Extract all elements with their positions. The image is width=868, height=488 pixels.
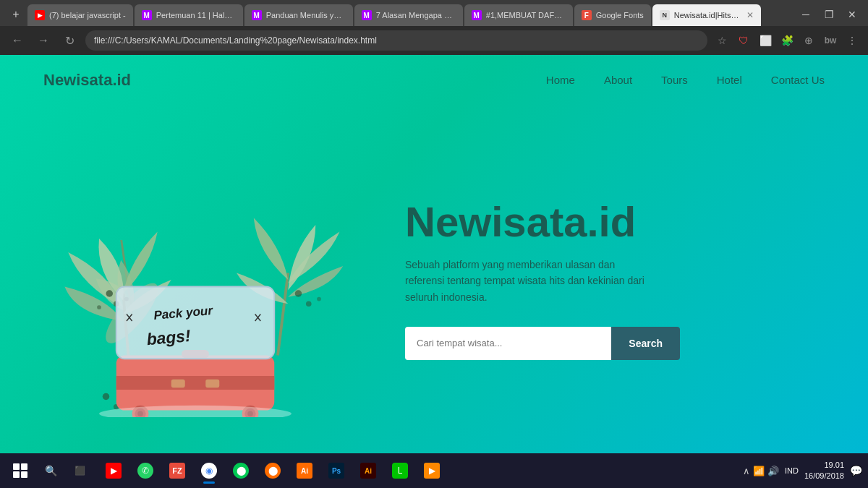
filezilla-icon: FZ	[169, 463, 185, 479]
clock-time: 19.01	[804, 460, 844, 471]
tab-favicon-5: M	[472, 10, 482, 20]
tab-bar: + ▶ (7) belajar javascript - M Pertemuan…	[0, 0, 868, 26]
bookmark-button[interactable]: ☆	[713, 32, 731, 49]
network-icon[interactable]: ∧	[743, 466, 750, 476]
taskbar-clock[interactable]: 19.01 16/09/2018	[804, 460, 844, 482]
tab-favicon-2: M	[142, 10, 152, 20]
svg-point-4	[106, 290, 114, 297]
start-button[interactable]	[6, 456, 35, 485]
taskbar-search-button[interactable]: 🔍	[38, 458, 64, 484]
shield-icon[interactable]: 🛡	[735, 32, 752, 49]
window-button[interactable]: ⬜	[757, 32, 774, 49]
nav-home[interactable]: Home	[546, 74, 575, 86]
svg-rect-24	[116, 286, 275, 359]
taskbar-app-chrome[interactable]: ◉	[194, 456, 224, 485]
taskbar-app-orange[interactable]: ⬤	[258, 456, 288, 485]
tab-1[interactable]: ▶ (7) belajar javascript -	[27, 4, 133, 26]
app-orange-icon: ⬤	[265, 463, 281, 479]
new-tab-button[interactable]: +	[6, 4, 26, 25]
whatsapp-icon: ✆	[137, 463, 153, 479]
tab-6[interactable]: F Google Fonts	[574, 4, 651, 26]
tab-favicon-1: ▶	[35, 10, 45, 20]
nav-contact[interactable]: Contact Us	[771, 74, 825, 86]
extensions-button[interactable]: 🧩	[778, 32, 796, 49]
forward-button[interactable]: →	[33, 30, 54, 51]
taskbar-app-ps[interactable]: Ps	[321, 456, 352, 485]
tab-favicon-7: N	[660, 10, 670, 20]
language-indicator: IND	[785, 466, 799, 475]
tab-7-active[interactable]: N Newisata.id|Hits&K... ✕	[652, 4, 761, 26]
tab-label-2: Pertemuan 11 | Halama...	[156, 11, 236, 20]
tab-favicon-6: F	[582, 10, 592, 20]
site-navigation: Newisata.id Home About Tours Hotel Conta…	[0, 55, 868, 106]
tab-label-7: Newisata.id|Hits&K...	[674, 11, 742, 20]
chrome-icon: ◉	[201, 463, 217, 479]
close-button[interactable]: ✕	[842, 6, 862, 23]
taskbar-app-green[interactable]: ⬤	[226, 456, 256, 485]
minimize-button[interactable]: ─	[796, 6, 816, 23]
window-controls: ─ ❐ ✕	[796, 6, 862, 26]
wifi-icon[interactable]: 📶	[753, 466, 765, 476]
nav-links: Home About Tours Hotel Contact Us	[546, 74, 825, 87]
nav-about[interactable]: About	[604, 74, 632, 86]
notification-icon[interactable]: 💬	[850, 465, 862, 476]
save-icon[interactable]: bw	[822, 32, 839, 49]
hero-illustration: Pack your bags!	[43, 142, 347, 417]
taskbar-app-ai1[interactable]: Ai	[289, 456, 320, 485]
taskbar-right: ∧ 📶 🔊 IND 19.01 16/09/2018 💬	[743, 460, 862, 482]
maximize-button[interactable]: ❐	[819, 6, 839, 23]
refresh-button[interactable]: ↻	[59, 30, 80, 51]
tab-close-button[interactable]: ✕	[746, 10, 754, 20]
svg-point-8	[295, 290, 302, 297]
tab-label-3: Panduan Menulis yang...	[266, 11, 346, 20]
tab-3[interactable]: M Panduan Menulis yang...	[244, 4, 353, 26]
search-bar: Search	[405, 327, 680, 360]
hero-description: Sebuah platform yang memberikan ulasan d…	[405, 257, 651, 305]
browser-icons: ☆ 🛡 ⬜ 🧩 ⊕ bw ⋮	[713, 32, 861, 49]
task-view-icon: ⬛	[75, 466, 85, 476]
svg-line-3	[278, 273, 288, 355]
taskbar-system-icons: ∧ 📶 🔊	[743, 466, 779, 476]
taskbar-app-ai2[interactable]: Ai	[353, 456, 383, 485]
address-input[interactable]	[85, 30, 707, 51]
search-input[interactable]	[405, 327, 611, 360]
app-green-icon: ⬤	[233, 463, 249, 479]
nav-tours[interactable]: Tours	[661, 74, 688, 86]
hero-content: Newisata.id Sebuah platform yang memberi…	[376, 199, 825, 360]
svg-rect-14	[116, 376, 275, 390]
hero-section: Pack your bags! Newisata.id Sebuah platf…	[0, 106, 868, 453]
site-logo[interactable]: Newisata.id	[43, 71, 131, 90]
taskbar-app-whatsapp[interactable]: ✆	[130, 456, 161, 485]
vlc-icon: ▶	[424, 463, 440, 479]
tab-label-4: 7 Alasan Mengapa Say...	[376, 11, 456, 20]
photoshop-icon: Ps	[328, 463, 344, 479]
svg-point-10	[317, 296, 321, 301]
browser-window: + ▶ (7) belajar javascript - M Pertemuan…	[0, 0, 868, 488]
nav-hotel[interactable]: Hotel	[717, 74, 742, 86]
tab-4[interactable]: M 7 Alasan Mengapa Say...	[354, 4, 463, 26]
task-view-button[interactable]: ⬛	[67, 458, 93, 484]
search-button[interactable]: Search	[611, 327, 680, 360]
taskbar-app-yt[interactable]: ▶	[98, 456, 129, 485]
svg-rect-22	[205, 379, 219, 387]
line-icon: L	[392, 463, 408, 479]
address-bar: ← → ↻ ☆ 🛡 ⬜ 🧩 ⊕ bw ⋮	[0, 26, 868, 55]
profile-button[interactable]: ⊕	[800, 32, 817, 49]
tab-favicon-4: M	[362, 10, 372, 20]
volume-icon[interactable]: 🔊	[767, 466, 779, 476]
taskbar-app-vlc[interactable]: ▶	[417, 456, 447, 485]
illustrator-icon-1: Ai	[297, 463, 312, 479]
illustrator-icon-2: Ai	[360, 463, 376, 479]
tab-5[interactable]: M #1,MEMBUAT DAFTAR	[464, 4, 573, 26]
tab-label-1: (7) belajar javascript -	[49, 11, 126, 20]
back-button[interactable]: ←	[7, 30, 27, 51]
taskbar-app-line[interactable]: L	[385, 456, 415, 485]
taskbar-app-filezilla[interactable]: FZ	[162, 456, 192, 485]
taskbar: 🔍 ⬛ ▶ ✆ FZ ◉ ⬤ ⬤	[0, 453, 868, 488]
clock-date: 16/09/2018	[804, 471, 844, 481]
svg-point-11	[103, 393, 110, 400]
tab-label-5: #1,MEMBUAT DAFTAR	[486, 11, 566, 20]
tab-2[interactable]: M Pertemuan 11 | Halama...	[135, 4, 243, 26]
svg-rect-21	[171, 379, 185, 387]
menu-button[interactable]: ⋮	[843, 32, 861, 49]
